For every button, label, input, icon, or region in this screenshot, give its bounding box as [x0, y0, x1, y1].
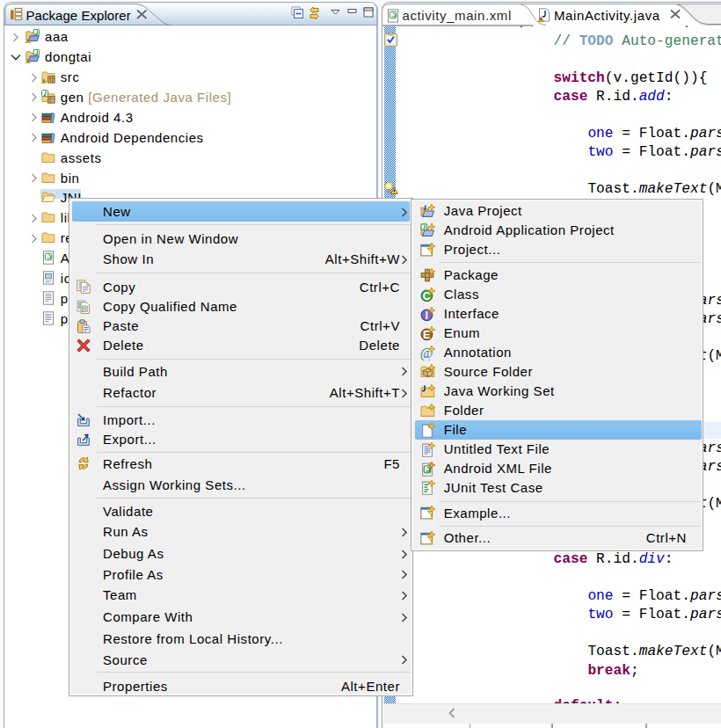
svg-text:I: I	[425, 309, 428, 321]
